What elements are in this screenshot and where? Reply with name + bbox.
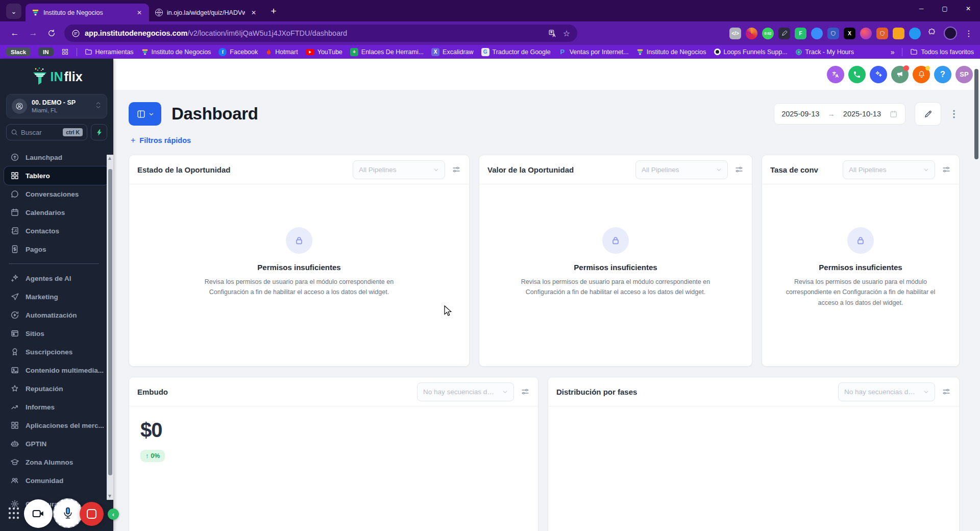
sidebar-item-pagos[interactable]: Pagos	[4, 240, 109, 258]
sidebar-item-comunidad[interactable]: Comunidad	[4, 471, 109, 490]
sidebar-item-gptin[interactable]: GPTIN	[4, 435, 109, 453]
apps-grid-icon[interactable]	[61, 48, 69, 56]
sidebar-item-conversaciones[interactable]: Conversaciones	[4, 185, 109, 203]
window-minimize-button[interactable]: ─	[910, 0, 933, 17]
stop-recording-button[interactable]	[80, 502, 104, 526]
extension-icon[interactable]: </>	[729, 28, 741, 39]
widget-settings-icon[interactable]	[521, 387, 530, 396]
collapse-recorder-button[interactable]: ‹	[108, 509, 119, 520]
all-favorites[interactable]: Todos los favoritos	[910, 48, 974, 56]
window-close-button[interactable]: ✕	[957, 0, 980, 17]
search-input[interactable]	[21, 129, 54, 136]
sidebar-item-automatizacion[interactable]: Automatización	[4, 306, 109, 324]
bookmark-in[interactable]: IN	[38, 47, 54, 56]
scroll-up-arrow[interactable]	[108, 157, 111, 160]
page-scrollbar-thumb[interactable]	[974, 69, 978, 159]
tab-close-icon[interactable]: ✕	[135, 8, 144, 17]
sequence-select[interactable]: No hay secuencias disp...	[417, 382, 514, 401]
browser-tab-active[interactable]: Instituto de Negocios ✕	[26, 4, 149, 21]
quick-filters-link[interactable]: + Filtros rápidos	[131, 136, 191, 145]
forward-button[interactable]: →	[24, 25, 42, 42]
sidebar-item-launchpad[interactable]: Launchpad	[4, 148, 109, 166]
bookmark-slack[interactable]: Slack	[6, 47, 31, 56]
ai-sparkles-circle-button[interactable]	[870, 66, 887, 83]
recorder-drag-handle-icon[interactable]	[7, 506, 19, 520]
sidebar-item-marketing[interactable]: Marketing	[4, 287, 109, 306]
new-tab-button[interactable]: +	[266, 4, 281, 18]
bookmark-ventas[interactable]: P Ventas por Internet...	[558, 48, 629, 56]
extension-icon[interactable]	[860, 28, 872, 39]
reload-button[interactable]	[43, 25, 60, 42]
tab-search-button[interactable]: ⌄	[6, 4, 21, 19]
tab-close-icon[interactable]: ✕	[249, 8, 258, 17]
sidebar-item-contactos[interactable]: Contactos	[4, 222, 109, 240]
widget-settings-icon[interactable]	[942, 165, 951, 174]
extension-icon[interactable]	[893, 28, 904, 39]
microphone-toggle-button[interactable]	[53, 498, 83, 528]
profile-avatar[interactable]: SP	[955, 66, 973, 83]
sidebar-item-contenido[interactable]: Contenido multimedia...	[4, 361, 109, 379]
date-to[interactable]: 2025-10-13	[843, 110, 881, 118]
sequence-select[interactable]: No hay secuencias disp...	[838, 382, 935, 401]
sidebar-item-suscripciones[interactable]: Suscripciones	[4, 343, 109, 361]
sidebar-item-calendarios[interactable]: Calendarios	[4, 203, 109, 222]
date-range-picker[interactable]: 2025-09-13 → 2025-10-13	[774, 103, 905, 125]
scrollbar-thumb[interactable]	[108, 169, 112, 475]
sidebar-item-aplicaciones[interactable]: Aplicaciones del merc...	[4, 416, 109, 435]
dashboard-switcher-button[interactable]	[129, 102, 161, 126]
widget-settings-icon[interactable]	[734, 165, 744, 174]
pipeline-select[interactable]: All Pipelines	[635, 160, 728, 179]
scroll-down-arrow[interactable]	[108, 495, 111, 498]
back-button[interactable]: ←	[6, 25, 23, 42]
widget-settings-icon[interactable]	[452, 165, 461, 174]
extensions-puzzle-icon[interactable]	[927, 28, 936, 39]
widget-settings-icon[interactable]	[942, 387, 951, 396]
bookmark-youtube[interactable]: YouTube	[306, 49, 342, 56]
translate-icon[interactable]	[548, 29, 557, 38]
camera-toggle-button[interactable]	[24, 499, 53, 528]
sidebar-item-tablero[interactable]: Tablero	[4, 166, 109, 185]
sidebar-search[interactable]: ctrl K	[6, 124, 87, 140]
bookmark-facebook[interactable]: f Facebook	[218, 48, 258, 56]
bookmark-hotmart[interactable]: Hotmart	[265, 48, 298, 56]
address-bar[interactable]: app.institutodenegocios.com/v2/location/…	[64, 25, 577, 42]
browser-tab-inactive[interactable]: in.ojo.la/widget/quiz/HADVwi4f ✕	[149, 4, 263, 21]
bookmarks-overflow-chevron[interactable]: »	[891, 48, 895, 56]
translate-circle-button[interactable]	[827, 66, 844, 83]
bookmark-traductor[interactable]: G Traductor de Google	[481, 48, 551, 56]
extension-pen-icon[interactable]	[778, 28, 790, 39]
date-from[interactable]: 2025-09-13	[781, 110, 819, 118]
sidebar-item-informes[interactable]: Informes	[4, 398, 109, 416]
bookmark-instituto[interactable]: Instituto de Negocios	[141, 49, 211, 56]
pipeline-select[interactable]: All Pipelines	[353, 160, 445, 179]
extension-icon[interactable]: F	[795, 28, 806, 39]
extension-recorder-icon[interactable]: 0:02	[762, 28, 774, 39]
bookmark-herramientas[interactable]: Herramientas	[85, 48, 134, 56]
extension-x-icon[interactable]: X	[844, 28, 855, 39]
sidebar-item-agentes-ai[interactable]: Agentes de AI	[4, 269, 109, 287]
extension-shield-icon[interactable]	[876, 28, 888, 39]
more-options-icon[interactable]: ⋮	[948, 108, 960, 119]
extension-icon[interactable]	[811, 28, 823, 39]
extension-shield-icon[interactable]	[827, 28, 839, 39]
edit-dashboard-button[interactable]	[915, 102, 941, 126]
quick-actions-button[interactable]	[91, 124, 107, 140]
bookmark-instituto-2[interactable]: Instituto de Negocios	[636, 49, 706, 56]
help-circle-button[interactable]: ?	[934, 66, 951, 83]
extension-icon[interactable]	[746, 28, 757, 39]
window-maximize-button[interactable]: ▢	[933, 0, 957, 17]
phone-circle-button[interactable]	[848, 66, 866, 83]
sidebar-item-sitios[interactable]: Sitios	[4, 324, 109, 343]
browser-profile-avatar[interactable]	[944, 27, 957, 40]
bookmark-enlaces[interactable]: + Enlaces De Herrami...	[350, 48, 424, 56]
extension-icon[interactable]	[909, 28, 921, 39]
announcements-circle-button[interactable]	[891, 66, 909, 83]
bookmark-loops[interactable]: Loops Funnels Supp...	[714, 49, 788, 56]
notifications-circle-button[interactable]	[913, 66, 930, 83]
sidebar-item-zona-alumnos[interactable]: Zona Alumnos	[4, 453, 109, 471]
browser-menu-icon[interactable]: ⋮	[964, 29, 974, 38]
bookmark-star-icon[interactable]: ☆	[563, 29, 570, 38]
pipeline-select[interactable]: All Pipelines	[843, 160, 935, 179]
bookmark-track[interactable]: Track - My Hours	[795, 49, 854, 56]
location-switcher[interactable]: 00. DEMO - SP Miami, FL	[6, 94, 107, 118]
